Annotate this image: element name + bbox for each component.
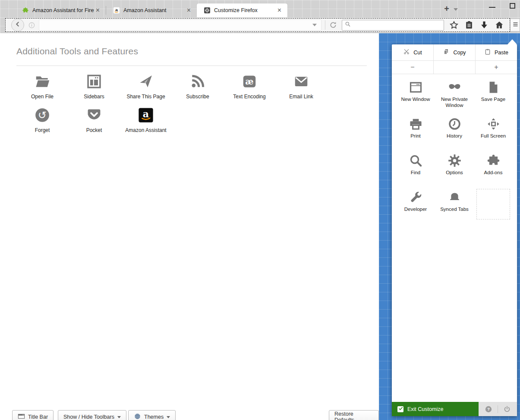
sidebars-icon (86, 71, 102, 92)
url-bar[interactable] (39, 19, 321, 31)
globe-icon (134, 413, 141, 420)
panel-item-full-screen[interactable]: Full Screen (474, 115, 513, 152)
palette-item-forget[interactable]: ↺ Forget (16, 105, 68, 138)
palette-item-subscribe[interactable]: Subscribe (172, 71, 224, 105)
folder-icon (34, 71, 50, 92)
tab-customize-firefox[interactable]: Customize Firefox × (197, 3, 287, 17)
copy-icon (443, 48, 450, 56)
panel-item-options[interactable]: Options (435, 152, 474, 188)
rss-icon (189, 71, 206, 92)
magnifier-icon (409, 152, 423, 169)
envelope-icon (293, 71, 309, 92)
tab-title: Amazon Assistant for Firef… (32, 7, 94, 13)
zoom-in-button[interactable]: + (475, 61, 517, 74)
clock-icon (448, 115, 462, 132)
show-hide-toolbars-button[interactable]: Show / Hide Toolbars (58, 410, 126, 420)
drop-target-placeholder (476, 189, 510, 219)
divider (16, 66, 367, 66)
footer-separator (498, 405, 498, 413)
minimize-button[interactable] (489, 7, 495, 8)
panel-grid: New Window New Private Window Save Page … (392, 78, 517, 225)
svg-text:↺: ↺ (38, 109, 47, 121)
gear-icon (448, 152, 462, 169)
svg-text:?: ? (487, 407, 490, 411)
zoom-out-button[interactable]: − (392, 61, 433, 74)
edit-controls-row: Cut Copy Paste (392, 44, 517, 61)
svg-text:a: a (143, 108, 149, 119)
palette-item-open-file[interactable]: Open File (16, 71, 68, 105)
pocket-icon (86, 105, 102, 125)
fullscreen-icon (486, 115, 501, 132)
palette-item-sidebars[interactable]: Sidebars (68, 71, 120, 105)
palette-item-share[interactable]: Share This Page (120, 71, 172, 105)
amazon-favicon-icon: a (113, 7, 120, 14)
toolbar-separator (325, 20, 325, 30)
panel-item-save-page[interactable]: Save Page (474, 78, 513, 115)
home-icon[interactable] (495, 20, 504, 30)
copy-button[interactable]: Copy (433, 44, 475, 60)
themes-button[interactable]: Themes (128, 410, 176, 420)
customize-palette: Additional Tools and Features Open File … (0, 33, 379, 420)
menu-button[interactable] (510, 19, 520, 31)
search-input[interactable] (353, 20, 444, 30)
scissors-icon (403, 48, 410, 56)
maximize-button[interactable] (510, 3, 515, 9)
customizable-toolbar-area (5, 18, 510, 32)
panel-footer: Exit Customize ? (392, 402, 517, 416)
tab-title: Amazon Assistant (123, 7, 185, 13)
tab-list-dropdown-icon[interactable] (454, 8, 458, 11)
palette-item-amazon-assistant[interactable]: a Amazon Assistant (120, 105, 172, 138)
panel-footer-right: ? (479, 402, 517, 416)
tab-amazon-assistant-addon[interactable]: Amazon Assistant for Firef… × (15, 3, 106, 17)
exit-customize-button[interactable]: Exit Customize (392, 402, 479, 416)
panel-item-print[interactable]: Print (396, 115, 435, 152)
panel-item-synced-tabs[interactable]: Synced Tabs (435, 188, 474, 225)
window-icon (409, 78, 423, 96)
page-icon (486, 78, 501, 96)
bookmarks-menu-icon[interactable] (464, 20, 474, 30)
navigation-toolbar (0, 17, 520, 33)
new-tab-button[interactable]: + (441, 4, 452, 14)
hamburger-icon (512, 21, 519, 29)
urlbar-dropdown-icon[interactable] (312, 24, 317, 26)
power-icon[interactable] (503, 405, 511, 413)
panel-item-new-window[interactable]: New Window (396, 78, 435, 115)
zoom-controls-row: − + (392, 61, 517, 74)
back-arrow-icon (14, 21, 21, 29)
help-icon[interactable]: ? (485, 405, 492, 413)
palette-item-email-link[interactable]: Email Link (275, 71, 327, 105)
bookmark-star-icon[interactable] (449, 20, 459, 30)
panel-item-add-ons[interactable]: Add-ons (474, 152, 513, 188)
paper-plane-icon (138, 71, 154, 92)
title-bar-button[interactable]: Title Bar (12, 410, 54, 420)
search-box[interactable] (342, 20, 444, 31)
refresh-icon[interactable] (329, 21, 337, 29)
close-icon[interactable]: × (185, 7, 192, 14)
panel-anchor-arrow (507, 39, 517, 44)
printer-icon (409, 115, 423, 132)
panel-item-history[interactable]: History (435, 115, 474, 152)
tab-amazon-assistant[interactable]: a Amazon Assistant × (106, 3, 197, 17)
synced-tabs-icon (448, 188, 462, 206)
firefox-window: Amazon Assistant for Firef… × a Amazon A… (0, 0, 520, 420)
palette-item-text-encoding[interactable]: æ Text Encoding (224, 71, 275, 105)
cut-button[interactable]: Cut (392, 44, 433, 60)
back-button[interactable] (11, 19, 24, 31)
close-icon[interactable]: × (94, 7, 101, 14)
panel-item-developer[interactable]: Developer (396, 188, 435, 225)
mask-icon (448, 78, 462, 96)
paste-button[interactable]: Paste (475, 44, 517, 60)
puzzle-icon (486, 152, 501, 169)
amazon-icon: a (138, 105, 154, 125)
panel-item-find[interactable]: Find (396, 152, 435, 188)
dropdown-caret-icon (167, 416, 170, 418)
downloads-icon[interactable] (479, 20, 489, 30)
panel-empty-slot[interactable] (474, 188, 513, 225)
restore-defaults-button[interactable]: Restore Defaults (329, 410, 379, 420)
tab-title: Customize Firefox (214, 7, 276, 13)
panel-item-new-private-window[interactable]: New Private Window (435, 78, 474, 115)
clipboard-icon (484, 48, 491, 56)
palette-item-pocket[interactable]: Pocket (68, 105, 120, 138)
close-icon[interactable]: × (276, 7, 283, 14)
page-title: Additional Tools and Features (16, 46, 138, 56)
